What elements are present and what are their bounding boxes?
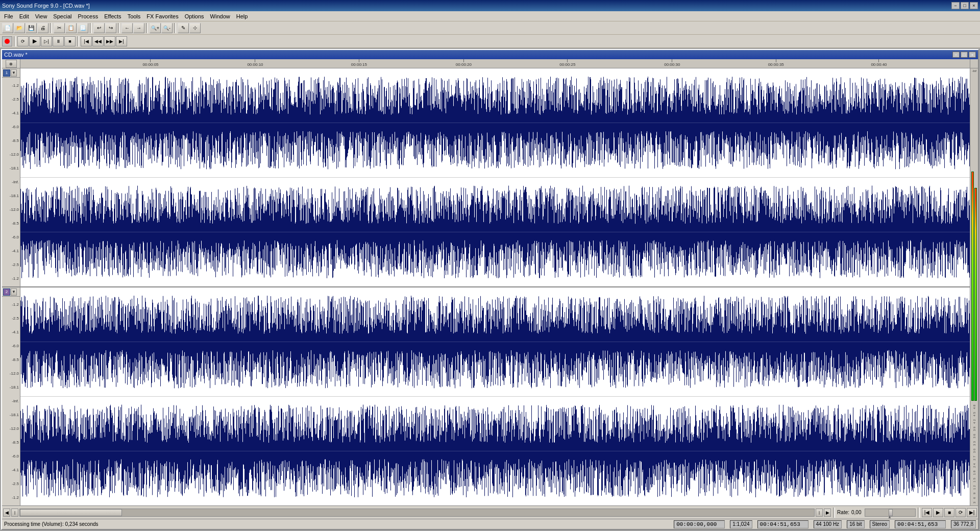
db-label: -18.1 — [2, 385, 19, 390]
selection-end-panel: 00:04:51,653 — [757, 520, 808, 528]
menu-tools[interactable]: Tools — [125, 12, 144, 20]
minimize-button[interactable]: − — [951, 2, 960, 9]
db-label: -12.0 — [2, 208, 19, 212]
db-label: -4.1 — [2, 330, 19, 334]
track2-number-button[interactable]: 2 — [3, 288, 10, 296]
h-scrollbar[interactable] — [19, 509, 815, 517]
db-label: -12.0 — [2, 427, 19, 431]
vu-bars — [971, 73, 977, 401]
redo-button[interactable]: ↪ — [105, 23, 116, 33]
db-label: -Inf. — [2, 399, 19, 403]
track1-number-button[interactable]: 1 — [3, 69, 10, 77]
scroll-home-button[interactable]: | — [11, 509, 18, 517]
track1-waveform[interactable] — [20, 68, 970, 286]
pause-button[interactable]: ⏸ — [53, 36, 64, 46]
maximize-button[interactable]: □ — [961, 2, 969, 9]
menu-file[interactable]: File — [1, 12, 16, 20]
menu-bar: File Edit View Special Process Effects T… — [0, 11, 980, 21]
inner-close-button[interactable]: × — [969, 52, 976, 58]
track1-arrow-button[interactable]: ▼ — [11, 69, 17, 77]
play-selection-button[interactable]: ▷| — [41, 36, 52, 46]
menu-fx-favorites[interactable]: FX Favorites — [143, 12, 181, 20]
processing-time-text: Processing time (Volume): 0,234 seconds — [4, 521, 669, 527]
play-button[interactable]: ▶ — [29, 36, 40, 46]
new-button[interactable]: 📄 — [2, 23, 13, 33]
bottom-loop-button[interactable]: ⟳ — [955, 508, 966, 517]
prev-button[interactable]: ← — [121, 23, 133, 33]
app-frame: Sony Sound Forge 9.0 - [CD.wav *] − □ × … — [0, 0, 980, 531]
transport-bar: ⟳ ▶ ▷| ⏸ ■ |◀ ◀◀ ▶▶ ▶| — [0, 35, 980, 48]
track1-row: 1 ▼ -1.2 -2.5 -4.1 -6.0 -8.5 -12.0 -18.1 — [2, 68, 970, 287]
undo-button[interactable]: ↩ — [93, 23, 105, 33]
rate-slider[interactable]: ▲ — [865, 509, 916, 517]
stop-button[interactable]: ■ — [64, 36, 76, 46]
record-button[interactable] — [2, 36, 12, 46]
hscroll-area: ◀ | | ▶ Rate: 0,00 ▲ |◀ — [2, 505, 978, 519]
samples-value: 36 772,8 — [953, 521, 973, 527]
menu-options[interactable]: Options — [182, 12, 207, 20]
ruler-mark: 00:00:15 — [351, 59, 367, 67]
print-button[interactable]: 🖨 — [37, 23, 48, 33]
track2-controls: 2 ▼ — [2, 287, 20, 297]
scroll-end-button[interactable]: | — [816, 509, 823, 517]
next-button[interactable]: → — [133, 23, 144, 33]
ruler-left-gutter: ⊕ — [2, 59, 20, 68]
time-cursor-value: 00:00:00,000 — [676, 521, 717, 527]
open-button[interactable]: 📂 — [14, 23, 25, 33]
ruler: 00:00:0500:00:1000:00:1500:00:2000:00:25… — [39, 59, 962, 68]
toolbar-sep1 — [50, 23, 52, 33]
save-button[interactable]: 💾 — [26, 23, 37, 33]
rewind-button[interactable]: ◀◀ — [92, 36, 104, 46]
menu-special[interactable]: Special — [50, 12, 75, 20]
track2-waveform[interactable] — [20, 287, 970, 505]
menu-effects[interactable]: Effects — [101, 12, 124, 20]
db-label: -2.5 — [2, 482, 19, 486]
inner-restore-button[interactable]: − — [952, 52, 960, 58]
menu-process[interactable]: Process — [75, 12, 101, 20]
bottom-play-button[interactable]: ▶ — [933, 508, 943, 517]
vu-meter-panel: -Inf 3 6 9 12 15 18 24 27 30 33 36 39 42… — [970, 68, 978, 505]
fast-forward-button[interactable]: ▶▶ — [104, 36, 115, 46]
copy-button[interactable]: 📋 — [65, 23, 77, 33]
zoom-out-button[interactable]: 🔍- — [161, 23, 173, 33]
db-label: -12.0 — [2, 153, 19, 157]
bottom-play-prev-button[interactable]: |◀ — [922, 508, 932, 517]
vu-scale-label: 3 6 9 12 15 18 24 27 30 33 36 39 42 45 4… — [973, 402, 976, 504]
ruler-marker-btn[interactable]: ⊕ — [6, 60, 17, 68]
db-label: -6.0 — [2, 125, 19, 129]
menu-view[interactable]: View — [32, 12, 51, 20]
zoom-in-button[interactable]: 🔍+ — [150, 23, 161, 33]
bottom-stop-button[interactable]: ■ — [944, 508, 954, 517]
menu-edit[interactable]: Edit — [16, 12, 32, 20]
track2-arrow-button[interactable]: ▼ — [11, 288, 17, 296]
select-button[interactable]: ⊹ — [189, 23, 201, 33]
inner-maximize-button[interactable]: □ — [961, 52, 968, 58]
track2-db-labels: -1.2 -2.5 -4.1 -6.0 -8.5 -12.0 -18.1 -In… — [2, 297, 20, 505]
scroll-sep — [833, 508, 835, 518]
menu-help[interactable]: Help — [233, 12, 251, 20]
h-scroll-thumb[interactable] — [20, 509, 122, 516]
ruler-right-gutter — [970, 59, 978, 68]
db-label: -2.5 — [2, 263, 19, 267]
menu-window[interactable]: Window — [207, 12, 233, 20]
pitch-marker-icon: ▲ — [888, 515, 892, 519]
scroll-left-button[interactable]: ◀ — [3, 509, 10, 517]
go-end-button[interactable]: ▶| — [116, 36, 127, 46]
go-start-button[interactable]: |◀ — [81, 36, 92, 46]
db-label: -12.0 — [2, 372, 19, 376]
cut-button[interactable]: ✂ — [54, 23, 65, 33]
bottom-play-next-button[interactable]: ▶| — [967, 508, 977, 517]
track1-left: 1 ▼ -1.2 -2.5 -4.1 -6.0 -8.5 -12.0 -18.1 — [2, 68, 20, 286]
db-label: -8.5 — [2, 222, 19, 226]
ruler-mark: 00:00:25 — [559, 59, 575, 67]
paste-button[interactable]: 📃 — [77, 23, 88, 33]
scroll-right-button[interactable]: ▶ — [824, 509, 831, 517]
db-label: -1.2 — [2, 84, 19, 88]
close-button[interactable]: × — [970, 2, 978, 9]
toolbar-sep2 — [90, 23, 92, 33]
app-title: Sony Sound Forge 9.0 - [CD.wav *] — [2, 3, 90, 9]
db-label: -1.2 — [2, 303, 19, 307]
pencil-button[interactable]: ✎ — [178, 23, 189, 33]
loop-record-button[interactable]: ⟳ — [17, 36, 29, 46]
time-cursor-panel: 00:00:00,000 — [674, 520, 725, 528]
